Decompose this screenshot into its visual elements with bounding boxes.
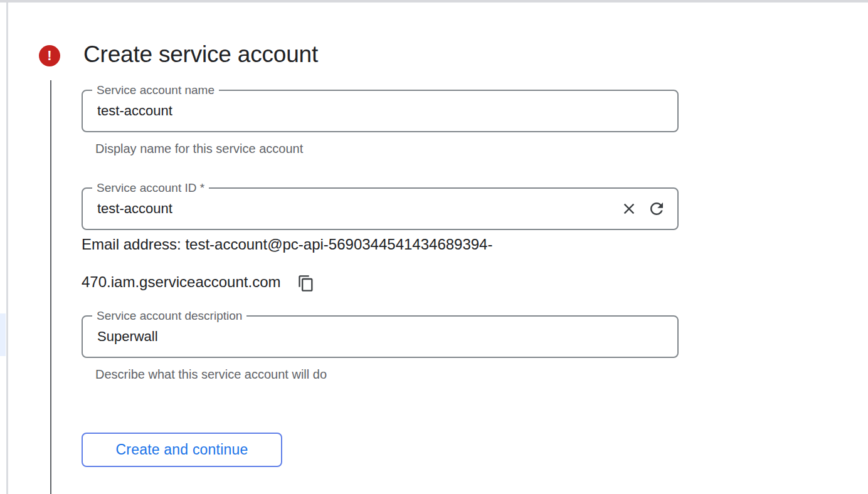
refresh-icon [647, 199, 666, 218]
error-glyph: ! [47, 49, 51, 63]
copy-icon [297, 275, 315, 292]
service-account-description-label: Service account description [92, 309, 246, 322]
service-account-name-label: Service account name [92, 83, 219, 97]
service-account-id-input[interactable] [83, 189, 677, 229]
email-line-1: Email address: test-account@pc-api-56903… [82, 236, 492, 253]
clear-id-button[interactable] [616, 196, 642, 222]
step-connector-line [50, 80, 51, 494]
service-account-id-field: Service account ID * [82, 187, 679, 230]
top-border-divider [0, 0, 868, 3]
service-account-name-input[interactable] [83, 91, 677, 131]
service-account-description-helper: Describe what this service account will … [95, 367, 327, 382]
regenerate-id-button[interactable] [643, 196, 670, 222]
close-icon [620, 200, 638, 218]
left-panel-divider [6, 3, 8, 494]
service-account-description-field: Service account description [82, 315, 679, 358]
service-account-id-label: Service account ID * [92, 181, 209, 194]
left-panel-selection-highlight [0, 313, 6, 356]
service-account-name-helper: Display name for this service account [95, 142, 303, 156]
page-title: Create service account [83, 41, 318, 68]
error-step-icon: ! [39, 45, 60, 66]
email-line-2: 470.iam.gserviceaccount.com [82, 273, 280, 290]
service-account-id-actions [616, 189, 670, 229]
create-and-continue-button[interactable]: Create and continue [82, 433, 282, 467]
email-address: Email address: test-account@pc-api-56903… [82, 226, 492, 301]
copy-email-button[interactable] [295, 273, 317, 294]
service-account-name-field: Service account name [82, 90, 679, 132]
service-account-description-input[interactable] [83, 317, 677, 357]
